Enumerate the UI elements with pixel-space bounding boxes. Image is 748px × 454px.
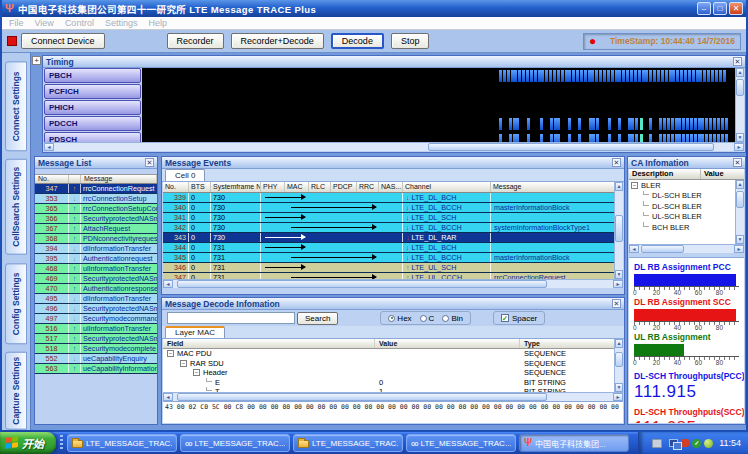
scroll-left-icon[interactable]: ◄ — [44, 143, 54, 151]
scroll-right-icon[interactable]: ► — [613, 393, 623, 401]
message-list-row[interactable]: 353↓rrcConnectionSetup — [35, 194, 157, 204]
menu-item-settings[interactable]: Settings — [105, 18, 138, 28]
taskbar-item[interactable]: ooLTE_MESSAGE_TRAC... — [180, 434, 290, 452]
timing-channel-pcfich[interactable]: PCFICH — [44, 84, 141, 99]
decode-button[interactable]: Decode — [331, 33, 384, 49]
scroll-down-icon[interactable]: ▼ — [736, 235, 744, 244]
scroll-up-icon[interactable]: ▲ — [615, 182, 623, 191]
ca-tree-row[interactable]: DL-SCH BLER — [629, 191, 735, 202]
message-list-row[interactable]: 517↑SecurityprotectedNASme — [35, 334, 157, 344]
scroll-thumb[interactable] — [177, 280, 547, 288]
minimize-button[interactable]: – — [697, 2, 711, 15]
message-list-row[interactable]: 368↑PDNconnectivityrequest — [35, 234, 157, 244]
timing-close-icon[interactable]: ✕ — [733, 57, 742, 66]
decode-row[interactable]: −RAR SDUSEQUENCE — [163, 359, 614, 369]
events-row[interactable]: 3390730↓LTE_DL_BCH — [163, 193, 614, 203]
message-list-row[interactable]: 394↓dlInformationTransfer — [35, 244, 157, 254]
ca-tree-row[interactable]: −BLER — [629, 180, 735, 191]
events-row[interactable]: 3440731↓LTE_DL_BCH — [163, 243, 614, 253]
search-input[interactable] — [167, 312, 295, 324]
scroll-up-icon[interactable]: ▲ — [736, 180, 744, 189]
start-button[interactable]: 开始 — [0, 432, 56, 454]
scroll-left-icon[interactable]: ◄ — [163, 280, 173, 288]
network-icon[interactable] — [669, 439, 678, 447]
message-list-row[interactable]: 563↑ueCapabilityInformation — [35, 364, 157, 374]
scroll-thumb[interactable] — [428, 143, 714, 151]
scroll-thumb[interactable] — [736, 191, 744, 208]
message-list-row[interactable]: 367↑AttachRequest — [35, 224, 157, 234]
recorder-decode-button[interactable]: Recorder+Decode — [231, 33, 324, 49]
message-list-row[interactable]: 497↓Securitymodecommand — [35, 314, 157, 324]
menu-item-help[interactable]: Help — [148, 18, 167, 28]
message-list-close-icon[interactable]: ✕ — [145, 158, 154, 167]
connect-device-button[interactable]: Connect Device — [21, 33, 105, 49]
taskbar-item[interactable]: Ψ中国电子科技集团... — [519, 434, 629, 452]
message-events-close-icon[interactable]: ✕ — [612, 158, 621, 167]
message-decode-close-icon[interactable]: ✕ — [612, 299, 621, 308]
sidebar-tab-config-settings[interactable]: Config Settings — [5, 263, 27, 344]
timing-channel-pbch[interactable]: PBCH — [44, 68, 141, 83]
scroll-right-icon[interactable]: ► — [613, 280, 623, 288]
scroll-up-icon[interactable]: ▲ — [615, 339, 623, 348]
radio-c[interactable]: C — [420, 314, 435, 323]
expand-tree-icon[interactable]: + — [32, 56, 41, 65]
scroll-thumb[interactable] — [641, 245, 684, 253]
radio-hex[interactable]: Hex — [388, 314, 411, 323]
search-button[interactable]: Search — [297, 312, 338, 325]
tab-layer-mac[interactable]: Layer MAC — [165, 326, 225, 338]
stop-button[interactable]: Stop — [391, 33, 430, 49]
message-list-row[interactable]: 552↓ueCapabilityEnquiry — [35, 354, 157, 364]
sidebar-tab-capture-settings[interactable]: Capture Settings — [5, 352, 27, 430]
message-list-row[interactable]: 470↑Authenticationresponse — [35, 284, 157, 294]
device-icon[interactable] — [652, 439, 662, 448]
scroll-thumb[interactable] — [177, 393, 547, 401]
ca-tree-row[interactable]: DL-SCH BLER — [629, 201, 735, 212]
taskbar-item[interactable]: LTE_MESSAGE_TRAC... — [293, 434, 403, 452]
tab-cell-0[interactable]: Cell 0 — [165, 169, 205, 181]
message-list-row[interactable]: 516↑ulInformationTransfer — [35, 324, 157, 334]
taskbar-item[interactable]: ooLTE_MESSAGE_TRAC... — [406, 434, 516, 452]
close-button[interactable]: ✕ — [729, 2, 743, 15]
scroll-right-icon[interactable]: ► — [734, 143, 744, 151]
decode-row[interactable]: −HeaderSEQUENCE — [163, 368, 614, 378]
collapse-icon[interactable]: − — [193, 369, 200, 376]
menu-item-file[interactable]: File — [9, 18, 24, 28]
events-row[interactable]: 3450731↓LTE_DL_BCCHmasterInformationBloc… — [163, 253, 614, 263]
scroll-right-icon[interactable]: ► — [734, 245, 744, 253]
maximize-button[interactable]: □ — [713, 2, 727, 15]
events-row[interactable]: 3410730↓LTE_DL_SCH — [163, 213, 614, 223]
message-list-row[interactable]: 347↑rrcConnectionRequest — [35, 184, 157, 194]
scroll-down-icon[interactable]: ▼ — [615, 383, 623, 392]
scroll-down-icon[interactable]: ▼ — [736, 133, 744, 142]
ca-tree-row[interactable]: BCH BLER — [629, 222, 735, 233]
message-list-row[interactable]: 496↓SecurityprotectedNASme — [35, 304, 157, 314]
taskbar-item[interactable]: LTE_MESSAGE_TRAC... — [67, 434, 177, 452]
message-list-row[interactable]: 468↑ulInformationTransfer — [35, 264, 157, 274]
menu-item-control[interactable]: Control — [65, 18, 94, 28]
scroll-down-icon[interactable]: ▼ — [615, 270, 623, 279]
scroll-thumb[interactable] — [736, 79, 744, 96]
events-row[interactable]: 3400730↓LTE_DL_BCCHmasterInformationBloc… — [163, 203, 614, 213]
collapse-icon[interactable]: − — [167, 350, 174, 357]
decode-row[interactable]: E0BIT STRING — [163, 378, 614, 388]
events-row[interactable]: 3430730↓LTE_DL_RAR — [163, 233, 614, 243]
spacer-checkbox[interactable]: ✓ Spacer — [501, 314, 537, 323]
scroll-thumb[interactable] — [615, 352, 623, 368]
menu-item-view[interactable]: View — [35, 18, 54, 28]
shield-icon[interactable]: ✓ — [692, 439, 701, 448]
decode-row[interactable]: −MAC PDUSEQUENCE — [163, 349, 614, 359]
sidebar-tab-cellsearch-settings[interactable]: CellSearch Settings — [5, 159, 27, 255]
update-icon[interactable] — [704, 439, 713, 448]
scroll-left-icon[interactable]: ◄ — [629, 245, 639, 253]
timing-channel-pdsch[interactable]: PDSCH — [44, 132, 141, 142]
message-list-row[interactable]: 395↓Authenticationrequest — [35, 254, 157, 264]
ca-tree-row[interactable]: UL-SCH BLER — [629, 212, 735, 223]
events-row[interactable]: 3460731↑LTE_UL_SCH — [163, 263, 614, 273]
sidebar-tab-connect-settings[interactable]: Connect Settings — [5, 61, 27, 151]
recorder-button[interactable]: Recorder — [167, 33, 224, 49]
scroll-thumb[interactable] — [615, 215, 623, 243]
message-list-row[interactable]: 518↑Securitymodecomplete — [35, 344, 157, 354]
message-list-row[interactable]: 366↑SecurityprotectedNASme — [35, 214, 157, 224]
ca-close-icon[interactable]: ✕ — [733, 158, 742, 167]
message-list-row[interactable]: 365↑rrcConnectionSetupComp — [35, 204, 157, 214]
